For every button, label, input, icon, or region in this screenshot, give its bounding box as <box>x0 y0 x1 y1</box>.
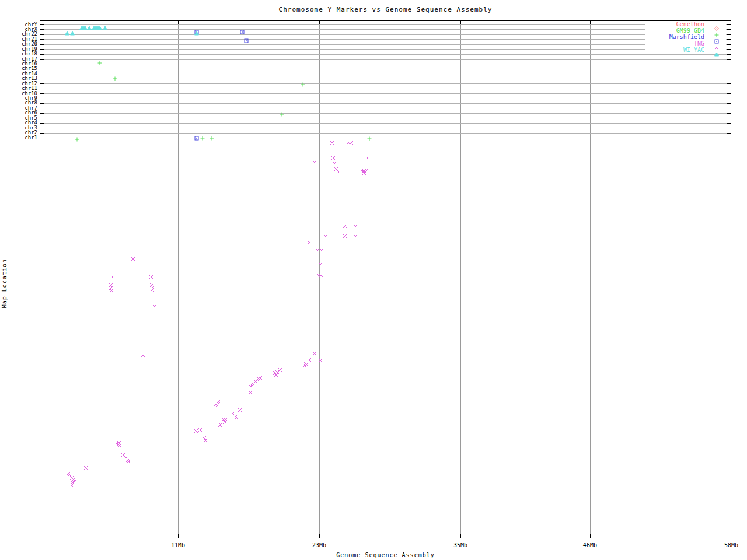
x-tick-bottom <box>590 534 591 538</box>
x-tick-label: 23Mb <box>305 542 333 548</box>
y-tick-label-chr1: chr1 <box>0 135 37 141</box>
y-tick-left <box>40 39 44 40</box>
x-tick-label: 11Mb <box>164 542 192 548</box>
x-tick-label: 58Mb <box>717 542 745 548</box>
legend-label-gm99-gb4: GM99 GB4 <box>640 28 704 34</box>
marker-tng <box>318 258 323 269</box>
chrom-row-line <box>40 59 731 60</box>
y-tick-left <box>40 103 44 104</box>
marker-tng <box>222 415 227 426</box>
y-tick-left <box>40 64 44 64</box>
marker-tng <box>312 347 317 358</box>
y-tick-left <box>40 54 44 55</box>
y-tick-left <box>40 74 44 74</box>
y-tick-left <box>40 29 44 30</box>
x-tick-label: 46Mb <box>576 542 604 548</box>
y-tick-left <box>40 59 44 60</box>
marker-tng <box>83 461 88 473</box>
marker-marshfield <box>194 132 199 143</box>
y-tick-left <box>40 138 44 138</box>
marker-gm99-gb4 <box>97 57 102 68</box>
marker-marshfield <box>244 34 249 46</box>
y-tick-left <box>40 89 44 89</box>
marker-tng <box>312 156 317 167</box>
legend-marker-triangle <box>714 48 719 59</box>
x-axis-title: Genome Sequence Assembly <box>40 552 731 558</box>
y-tick-right <box>727 103 731 104</box>
y-tick-left <box>40 44 44 45</box>
legend-label-genethon: Genethon <box>640 22 704 27</box>
marker-tng <box>150 284 155 295</box>
y-tick-left <box>40 79 44 79</box>
chrom-row-line <box>40 123 731 124</box>
chart-title: Chromosome Y Markers vs Genome Sequence … <box>40 6 731 13</box>
marker-tng <box>234 411 239 422</box>
marker-gm99-gb4 <box>301 78 305 89</box>
marker-tng <box>323 230 328 241</box>
y-tick-left <box>40 99 44 99</box>
y-tick-right <box>727 108 731 108</box>
y-tick-right <box>727 39 731 40</box>
marker-tng <box>278 363 282 374</box>
marker-tng <box>141 349 145 360</box>
y-tick-left <box>40 113 44 114</box>
legend-label-marshfield: Marshfield <box>640 34 704 40</box>
chart-canvas: Chromosome Y Markers vs Genome Sequence … <box>0 0 747 560</box>
y-tick-right <box>727 29 731 30</box>
y-tick-right <box>727 69 731 69</box>
marker-tng <box>336 166 341 177</box>
marker-gm99-gb4 <box>280 108 284 119</box>
legend-label-wi-yac: WI YAC <box>640 47 704 53</box>
chrom-row-line <box>40 69 731 69</box>
x-tick-bottom <box>460 534 461 538</box>
marker-tng <box>215 399 219 410</box>
marker-gm99-gb4 <box>210 132 214 143</box>
y-tick-right <box>727 24 731 25</box>
y-tick-left <box>40 24 44 25</box>
chrom-row-line <box>40 29 731 30</box>
y-tick-right <box>727 118 731 118</box>
chrom-row-line <box>40 49 731 50</box>
chrom-row-line <box>40 113 731 114</box>
chrom-row-line <box>40 93 731 94</box>
marker-tng <box>319 269 323 280</box>
marker-tng <box>152 300 157 311</box>
marker-wi-yac <box>70 27 75 38</box>
marker-tng <box>109 284 114 295</box>
y-tick-left <box>40 128 44 128</box>
marker-tng <box>365 152 370 163</box>
x-tick-label: 35Mb <box>446 542 474 548</box>
y-tick-left <box>40 69 44 69</box>
marker-wi-yac <box>97 22 102 33</box>
marker-wi-yac <box>87 22 92 33</box>
marker-tng <box>349 136 354 148</box>
marker-tng <box>203 434 208 445</box>
chrom-row-line <box>40 118 731 118</box>
marker-gm99-gb4 <box>75 133 79 144</box>
y-tick-right <box>727 93 731 94</box>
chrom-row-line <box>40 138 731 138</box>
chrom-row-line <box>40 108 731 108</box>
y-tick-left <box>40 118 44 118</box>
chrom-row-line <box>40 103 731 104</box>
y-tick-right <box>727 49 731 50</box>
y-tick-left <box>40 93 44 94</box>
y-tick-right <box>727 99 731 99</box>
y-tick-right <box>727 34 731 35</box>
y-tick-left <box>40 49 44 50</box>
chrom-row-line <box>40 99 731 99</box>
y-tick-right <box>727 138 731 138</box>
y-tick-right <box>727 44 731 45</box>
y-tick-right <box>727 64 731 64</box>
marker-tng <box>218 419 222 430</box>
y-tick-left <box>40 133 44 134</box>
y-tick-left <box>40 34 44 35</box>
marker-tng <box>248 386 253 397</box>
marker-tng <box>302 359 307 370</box>
marker-tng <box>274 369 278 380</box>
y-tick-right <box>727 74 731 74</box>
marker-gm99-gb4 <box>200 132 205 143</box>
chrom-row-line <box>40 54 731 55</box>
marker-tng <box>318 354 323 365</box>
chrom-row-line <box>40 39 731 40</box>
